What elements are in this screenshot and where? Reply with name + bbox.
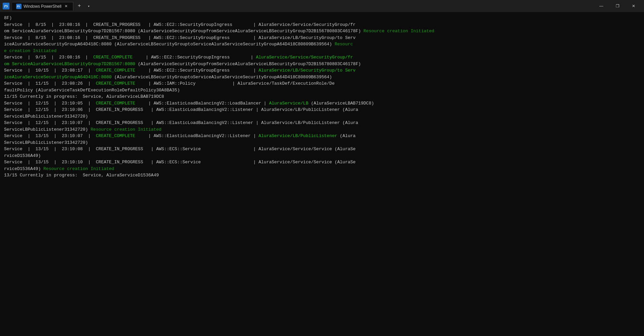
terminal-line: Service | 9/15 | 23:08:16 | CREATE_COMPL… [4,54,640,67]
terminal-line: Service | 13/15 | 23:10:07 | CREATE_COMP… [4,133,640,146]
terminal-content: 8F)Service | 8/15 | 23:08:16 | CREATE_IN… [0,12,644,336]
powershell-icon: PS [3,3,9,9]
terminal-line: 8F) [4,15,640,22]
tab-bar: PS Windows PowerShell ✕ + ▾ [12,1,93,11]
terminal-line: Service | 13/15 | 23:10:10 | CREATE_IN_P… [4,159,640,172]
tab-close-button[interactable]: ✕ [64,4,69,9]
terminal-line: Service | 10/15 | 23:08:17 | CREATE_COMP… [4,67,640,80]
powershell-tab[interactable]: PS Windows PowerShell ✕ [12,2,73,10]
terminal-line: Service | 12/15 | 23:10:05 | CREATE_COMP… [4,100,640,107]
new-tab-button[interactable]: + [75,1,84,11]
svg-text:PS: PS [17,5,20,8]
terminal-line: 11/15 Currently in progress: Service, Al… [4,93,640,100]
svg-text:PS: PS [4,4,8,8]
terminal-line: Service | 12/15 | 23:10:06 | CREATE_IN_P… [4,107,640,120]
close-button[interactable]: ✕ [626,1,641,11]
terminal-line: Service | 13/15 | 23:10:08 | CREATE_IN_P… [4,146,640,159]
tab-label: Windows PowerShell [24,4,62,9]
tab-ps-icon: PS [16,4,22,9]
powershell-window: PS PS Windows PowerShell ✕ + ▾ [0,0,644,336]
terminal-line: 13/15 Currently in progress: Service, Al… [4,172,640,179]
minimize-button[interactable]: — [594,1,609,11]
restore-button[interactable]: ❐ [610,1,625,11]
window-controls: — ❐ ✕ [594,1,641,11]
terminal-line: Service | 8/15 | 23:08:16 | CREATE_IN_PR… [4,35,640,54]
terminal-line: Service | 11/15 | 23:08:26 | CREATE_COMP… [4,80,640,93]
terminal-line: Service | 12/15 | 23:10:07 | CREATE_IN_P… [4,120,640,133]
title-bar-left: PS PS Windows PowerShell ✕ + ▾ [3,1,594,11]
terminal-line: Service | 8/15 | 23:08:16 | CREATE_IN_PR… [4,22,640,35]
tab-dropdown-button[interactable]: ▾ [85,1,93,11]
title-bar: PS PS Windows PowerShell ✕ + ▾ [0,0,644,12]
